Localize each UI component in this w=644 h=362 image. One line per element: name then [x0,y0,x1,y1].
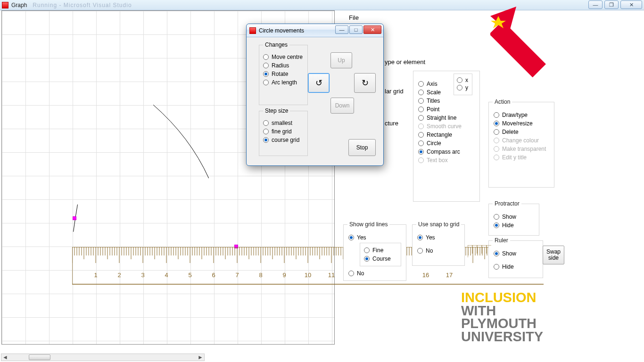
radio-grid-fine[interactable]: Fine [364,247,397,254]
snap-group: Use snap to grid Yes No [412,224,465,266]
radio-prot-hide[interactable]: Hide [494,222,534,229]
group-legend: Action [493,99,512,105]
stop-button[interactable]: Stop [348,139,376,156]
arc-handle[interactable] [73,216,76,220]
radio-label: Show [502,250,516,257]
up-button[interactable]: Up [330,52,352,68]
svg-marker-224 [490,7,516,33]
radio-text-box: Text box [418,157,475,164]
logo-line: UNIVERSITY [461,330,543,344]
scroll-track[interactable] [9,354,197,361]
svg-text:6: 6 [212,272,215,279]
scroll-thumb[interactable] [29,354,50,360]
radio-delete[interactable]: Delete [494,129,549,135]
radio-fine-grid[interactable]: fine grid [263,128,304,135]
radio-grid-no[interactable]: No [348,270,401,277]
aro-arrow-icon: A R O [490,7,556,77]
radio-label: x [465,77,468,83]
radio-arc-length[interactable]: Arc length [263,79,304,86]
svg-text:10: 10 [305,272,311,279]
radio-ruler-show[interactable]: Show [494,250,538,257]
window-minimize[interactable]: — [588,0,603,9]
svg-text:2: 2 [117,272,121,279]
radio-smallest[interactable]: smallest [263,120,304,126]
svg-text:8: 8 [259,272,262,279]
svg-text:11: 11 [328,272,335,279]
svg-text:17: 17 [446,272,453,279]
radio-grid-course[interactable]: Course [364,255,397,262]
logo-line: WITH [461,304,543,318]
dialog-app-icon [249,27,256,34]
gridlines-group: Show grid lines Yes Fine Course No [343,224,406,281]
radio-label: Straight line [427,115,456,121]
radio-label: Move/resize [502,120,533,127]
logo-line: PLYMOUTH [461,317,543,330]
radio-rectangle[interactable]: Rectangle [418,132,475,138]
dialog-title: Circle movements [259,27,304,34]
group-legend: Protractor [493,200,521,207]
radio-label: No [357,270,364,277]
svg-text:1: 1 [94,272,97,279]
radio-point[interactable]: Point [418,106,475,113]
radio-ruler-hide[interactable]: Hide [494,263,538,270]
svg-text:9: 9 [282,272,286,279]
svg-text:A: A [509,19,524,34]
rotate-ccw-button[interactable]: ↺ [308,73,330,93]
dialog-close[interactable]: ✕ [363,25,381,34]
dialog-maximize[interactable]: □ [349,25,363,34]
radio-label: Smooth curve [427,123,462,130]
dialog-minimize[interactable]: — [335,25,348,34]
menu-file[interactable]: File [349,14,359,21]
radio-rotate[interactable]: Rotate [263,71,304,77]
radio-smooth-curve: Smooth curve [418,123,475,130]
scroll-right-icon[interactable]: ► [197,354,204,361]
ruler-peek [468,245,491,264]
radio-label: Hide [502,263,514,270]
svg-text:7: 7 [235,272,239,279]
group-legend: Use snap to grid [416,221,461,228]
radio-label: Compass arc [427,148,460,155]
changes-group: Changes Move centre Radius Rotate Arc le… [259,45,308,105]
horizontal-scrollbar[interactable]: ◄ ► [1,354,205,361]
grid-fine-course: Fine Course [360,243,401,266]
radio-x[interactable]: x [457,77,469,83]
logo-line: INCLUSION [461,291,543,304]
radio-label: smallest [272,120,292,126]
radio-course-grid[interactable]: course grid [263,137,304,143]
svg-text:O: O [532,42,548,58]
peek-text: lar grid [385,88,404,95]
radio-move-centre[interactable]: Move centre [263,54,304,60]
radio-snap-no[interactable]: No [417,247,460,254]
radio-grid-yes[interactable]: Yes [348,234,401,241]
radio-compass-arc[interactable]: Compass arc [418,148,475,155]
radio-draw[interactable]: Draw/type [494,112,549,118]
group-legend: Step size [263,107,290,114]
radio-colour: Change colour [494,137,549,144]
radio-titles[interactable]: Titles [418,98,475,104]
window-restore[interactable]: ❐ [604,0,619,9]
radio-label: Change colour [502,137,539,144]
radio-snap-yes[interactable]: Yes [417,234,460,241]
radio-prot-show[interactable]: Show [494,214,534,220]
swap-side-button[interactable]: Swap side [543,246,564,264]
radio-y[interactable]: y [457,84,469,91]
group-legend: Show grid lines [347,221,389,228]
down-button[interactable]: Down [330,98,354,114]
circle-movements-dialog[interactable]: Circle movements — □ ✕ Changes Move cent… [246,24,384,166]
group-legend: Changes [263,41,289,48]
rotate-ccw-icon: ↺ [315,78,322,88]
radio-label: Move centre [272,54,303,60]
radio-straight-line[interactable]: Straight line [418,115,475,121]
rotate-cw-icon: ↻ [362,78,369,88]
radio-circle[interactable]: Circle [418,140,475,147]
app-icon [2,2,8,8]
radio-radius[interactable]: Radius [263,62,304,69]
radio-label: No [426,247,433,254]
radio-move[interactable]: Move/resize [494,120,549,127]
scroll-left-icon[interactable]: ◄ [1,354,9,361]
button-label: Down [335,102,350,109]
svg-marker-229 [491,16,506,28]
window-close[interactable]: ✕ [620,0,642,9]
dialog-titlebar[interactable]: Circle movements — □ ✕ [247,24,383,37]
rotate-cw-button[interactable]: ↻ [354,73,376,93]
